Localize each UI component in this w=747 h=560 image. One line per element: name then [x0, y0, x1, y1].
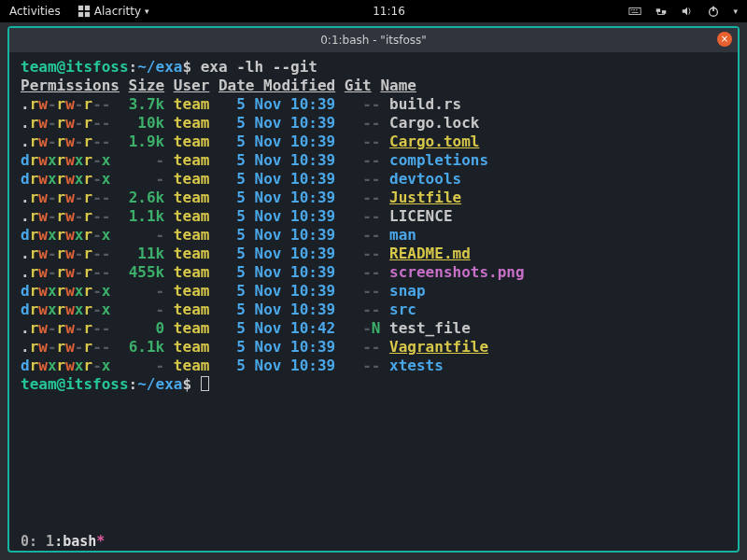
clock[interactable]: 11:16 [373, 5, 405, 18]
table-row: .rw-rw-r-- 10k team 5 Nov 10:39 -- Cargo… [21, 114, 479, 132]
table-row: .rw-rw-r-- 1.1k team 5 Nov 10:39 -- LICE… [21, 207, 453, 225]
table-row: drwxrwxr-x - team 5 Nov 10:39 -- man [21, 226, 416, 244]
clock-label: 11:16 [373, 5, 405, 18]
command-text: exa -lh --git [201, 58, 317, 76]
cursor [201, 376, 209, 391]
status-mark: * [96, 533, 105, 550]
terminal-window: 0:1:bash - "itsfoss" × team@itsfoss:~/ex… [7, 26, 740, 553]
table-row: drwxrwxr-x - team 5 Nov 10:39 -- snap [21, 282, 426, 300]
app-menu[interactable]: Alacritty ▾ [78, 5, 149, 18]
svg-rect-0 [78, 6, 83, 10]
svg-rect-2 [78, 12, 83, 17]
svg-rect-3 [85, 12, 90, 17]
status-session: 1 [46, 533, 54, 550]
terminal-app-icon [78, 5, 91, 18]
chevron-down-icon: ▾ [733, 7, 738, 16]
prompt-cwd: ~/exa [137, 58, 182, 76]
table-row: drwxrwxr-x - team 5 Nov 10:39 -- complet… [21, 151, 488, 169]
network-icon [655, 5, 668, 18]
col-date: Date Modified [218, 77, 335, 94]
window-close-button[interactable]: × [717, 32, 732, 47]
table-row: drwxrwxr-x - team 5 Nov 10:39 -- devtool… [21, 170, 461, 188]
svg-rect-6 [634, 9, 636, 10]
table-row: .rw-rw-r-- 11k team 5 Nov 10:39 -- READM… [21, 245, 471, 262]
window-titlebar[interactable]: 0:1:bash - "itsfoss" × [9, 28, 738, 52]
window-title: 0:1:bash - "itsfoss" [320, 34, 427, 47]
keyboard-icon [628, 5, 641, 18]
status-left: 0: [21, 533, 37, 550]
svg-rect-12 [713, 7, 715, 11]
col-size: Size [129, 77, 165, 94]
power-icon [707, 5, 720, 18]
app-name-label: Alacritty [94, 5, 141, 18]
system-tray[interactable]: ▾ [628, 5, 738, 18]
prompt-user-host: team@itsfoss [21, 375, 129, 393]
chevron-down-icon: ▾ [145, 7, 149, 16]
col-git: Git [345, 77, 372, 94]
svg-rect-5 [631, 9, 633, 10]
activities-button[interactable]: Activities [9, 5, 61, 18]
col-permissions: Permissions [21, 77, 120, 94]
volume-icon [681, 5, 694, 18]
close-icon: × [721, 34, 728, 44]
col-name: Name [380, 77, 416, 94]
table-row: drwxrwxr-x - team 5 Nov 10:39 -- xtests [21, 357, 444, 374]
prompt-sep: $ [182, 375, 191, 393]
table-row: .rw-rw-r-- 0 team 5 Nov 10:42 -N test_fi… [21, 319, 471, 337]
tmux-statusline: 0: 1:bash* [9, 532, 738, 551]
table-row: .rw-rw-r-- 2.6k team 5 Nov 10:39 -- Just… [21, 189, 461, 206]
svg-rect-9 [656, 8, 660, 12]
gnome-top-bar: Activities Alacritty ▾ 11:16 ▾ [0, 0, 747, 22]
terminal-body[interactable]: team@itsfoss:~/exa$ exa -lh --git Permis… [9, 52, 738, 532]
table-row: .rw-rw-r-- 1.9k team 5 Nov 10:39 -- Carg… [21, 133, 479, 150]
table-row: drwxrwxr-x - team 5 Nov 10:39 -- src [21, 301, 416, 318]
svg-rect-8 [632, 12, 639, 13]
table-row: .rw-rw-r-- 455k team 5 Nov 10:39 -- scre… [21, 263, 525, 281]
col-user: User [174, 77, 210, 94]
svg-rect-1 [85, 6, 90, 10]
table-row: .rw-rw-r-- 3.7k team 5 Nov 10:39 -- buil… [21, 95, 461, 113]
svg-rect-4 [629, 8, 641, 15]
activities-label: Activities [9, 5, 61, 18]
prompt-cwd: ~/exa [137, 375, 182, 393]
prompt-sep: $ [182, 58, 191, 76]
status-proc: :bash [54, 533, 96, 550]
table-row: .rw-rw-r-- 6.1k team 5 Nov 10:39 -- Vagr… [21, 338, 488, 356]
svg-rect-7 [636, 9, 638, 10]
prompt-user-host: team@itsfoss [21, 58, 129, 76]
